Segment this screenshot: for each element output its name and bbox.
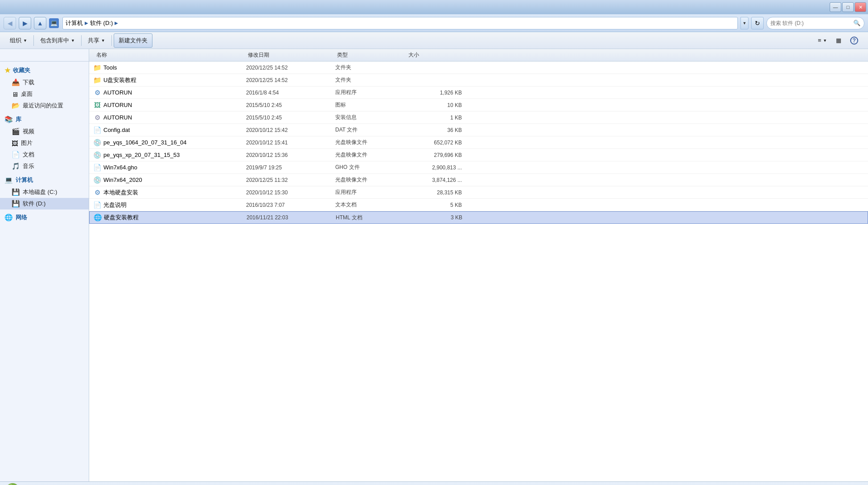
- up-button[interactable]: ▲: [34, 17, 46, 29]
- sidebar-item-download[interactable]: 📥 下载: [0, 77, 89, 88]
- table-row[interactable]: 📄 Win7x64.gho 2019/9/7 19:25 GHO 文件 2,90…: [89, 161, 868, 174]
- sidebar-item-disk-c[interactable]: 💾 本地磁盘 (C:): [0, 186, 89, 198]
- breadcrumb-sep2: ▶: [115, 21, 118, 25]
- breadcrumb-drive[interactable]: 软件 (D:): [90, 19, 113, 27]
- file-list: 📁 Tools 2020/12/25 14:52 文件夹 📁 U盘安装教程 20…: [89, 62, 868, 481]
- help-button[interactable]: ?: [846, 33, 863, 48]
- file-size: 3 KB: [407, 214, 469, 221]
- doc-label: 文档: [23, 151, 34, 159]
- sidebar-item-video[interactable]: 🎬 视频: [0, 126, 89, 137]
- column-header-name[interactable]: 名称: [93, 51, 244, 59]
- file-date: 2020/10/12 15:36: [246, 152, 335, 158]
- library-header[interactable]: 📚 库: [0, 113, 89, 126]
- image-icon: 🖼: [12, 140, 18, 147]
- column-header-date[interactable]: 修改日期: [244, 51, 333, 59]
- file-size: 1 KB: [407, 115, 469, 121]
- minimize-button[interactable]: —: [830, 2, 841, 12]
- table-row[interactable]: 📁 U盘安装教程 2020/12/25 14:52 文件夹: [89, 74, 868, 86]
- sidebar-item-disk-d[interactable]: 💾 软件 (D:): [0, 198, 89, 210]
- titlebar: — □ ✕: [0, 0, 868, 14]
- sidebar-item-recent[interactable]: 📂 最近访问的位置: [0, 100, 89, 111]
- network-header[interactable]: 🌐 网络: [0, 211, 89, 224]
- search-input[interactable]: [770, 20, 852, 26]
- file-icon: 💿: [93, 176, 102, 184]
- table-row[interactable]: ⚙ AUTORUN 2015/5/10 2:45 安装信息 1 KB: [89, 111, 868, 124]
- toolbar-separator-2: [81, 35, 82, 46]
- table-row[interactable]: 🌐 硬盘安装教程 2016/11/21 22:03 HTML 文档 3 KB: [89, 211, 868, 224]
- view-arrow-icon: ▼: [823, 38, 827, 43]
- table-row[interactable]: 🖼 AUTORUN 2015/5/10 2:45 图标 10 KB: [89, 99, 868, 111]
- file-date: 2020/10/12 15:41: [246, 140, 335, 146]
- include-button[interactable]: 包含到库中 ▼: [36, 33, 79, 48]
- organize-arrow-icon: ▼: [23, 38, 27, 43]
- network-section: 🌐 网络: [0, 211, 89, 224]
- table-row[interactable]: 📁 Tools 2020/12/25 14:52 文件夹: [89, 62, 868, 74]
- file-type: GHO 文件: [335, 164, 407, 171]
- disk-d-icon: 💾: [12, 200, 20, 208]
- file-date: 2019/9/7 19:25: [246, 164, 335, 171]
- file-name: 光盘说明: [103, 201, 246, 209]
- video-icon: 🎬: [12, 127, 20, 136]
- table-row[interactable]: 📄 Config.dat 2020/10/12 15:42 DAT 文件 36 …: [89, 124, 868, 136]
- organize-button[interactable]: 组织 ▼: [5, 33, 32, 48]
- table-row[interactable]: 💿 Win7x64_2020 2020/12/25 11:32 光盘映像文件 3…: [89, 174, 868, 186]
- file-size: 10 KB: [407, 102, 469, 108]
- search-icon: 🔍: [853, 20, 860, 26]
- table-row[interactable]: ⚙ 本地硬盘安装 2020/10/12 15:30 应用程序 28,315 KB: [89, 186, 868, 199]
- file-name: Config.dat: [103, 127, 246, 133]
- music-label: 音乐: [23, 162, 34, 170]
- disk-d-label: 软件 (D:): [23, 200, 45, 208]
- forward-button[interactable]: ▶: [19, 17, 31, 29]
- new-folder-button[interactable]: 新建文件夹: [114, 33, 152, 48]
- share-label: 共享: [88, 37, 99, 45]
- file-size: 652,072 KB: [407, 140, 469, 146]
- statusbar: 🟢 13 个对象: [0, 481, 868, 485]
- library-icon: 📚: [4, 115, 13, 123]
- file-type: HTML 文档: [336, 214, 407, 222]
- file-icon: ⚙: [93, 114, 102, 122]
- sidebar-item-doc[interactable]: 📄 文档: [0, 149, 89, 160]
- view-button[interactable]: ≡ ▼: [813, 33, 831, 48]
- file-size: 36 KB: [407, 127, 469, 133]
- favorites-header[interactable]: ★ 收藏夹: [0, 64, 89, 77]
- maximize-button[interactable]: □: [842, 2, 854, 12]
- file-date: 2016/11/21 22:03: [247, 214, 336, 221]
- address-dropdown-button[interactable]: ▼: [740, 17, 749, 29]
- file-name: pe_yqs_xp_20_07_31_15_53: [103, 152, 246, 158]
- sidebar-item-desktop[interactable]: 🖥 桌面: [0, 88, 89, 100]
- file-icon: 📄: [93, 201, 102, 209]
- back-button[interactable]: ◀: [4, 17, 16, 29]
- file-size: 1,926 KB: [407, 90, 469, 96]
- column-header-type[interactable]: 类型: [333, 51, 405, 59]
- file-type: DAT 文件: [335, 126, 407, 134]
- file-type: 光盘映像文件: [335, 151, 407, 159]
- table-row[interactable]: 💿 pe_yqs_1064_20_07_31_16_04 2020/10/12 …: [89, 136, 868, 149]
- file-icon: 📁: [93, 76, 102, 84]
- preview-button[interactable]: ▦: [831, 33, 846, 48]
- breadcrumb-computer[interactable]: 计算机: [66, 19, 83, 27]
- recent-folder-icon: 📂: [12, 102, 20, 110]
- share-arrow-icon: ▼: [101, 38, 105, 43]
- toolbar: 组织 ▼ 包含到库中 ▼ 共享 ▼ 新建文件夹 ≡ ▼ ▦ ?: [0, 32, 868, 49]
- recent-label: 最近访问的位置: [23, 102, 63, 110]
- refresh-button[interactable]: ↻: [751, 17, 764, 29]
- sidebar-item-image[interactable]: 🖼 图片: [0, 137, 89, 149]
- statusbar-app-icon: 🟢: [5, 483, 20, 485]
- sidebar-item-music[interactable]: 🎵 音乐: [0, 160, 89, 172]
- file-name: AUTORUN: [103, 89, 246, 96]
- file-type: 光盘映像文件: [335, 139, 407, 146]
- table-row[interactable]: ⚙ AUTORUN 2016/1/8 4:54 应用程序 1,926 KB: [89, 86, 868, 99]
- file-icon: 📁: [93, 64, 102, 72]
- desktop-label: 桌面: [21, 90, 33, 98]
- file-type: 文本文档: [335, 201, 407, 209]
- library-section: 📚 库 🎬 视频 🖼 图片 📄 文档 🎵 音乐: [0, 113, 89, 172]
- breadcrumb-sep1: ▶: [85, 21, 88, 25]
- table-row[interactable]: 💿 pe_yqs_xp_20_07_31_15_53 2020/10/12 15…: [89, 149, 868, 161]
- close-button[interactable]: ✕: [855, 2, 866, 12]
- sidebar: ★ 收藏夹 📥 下载 🖥 桌面 📂 最近访问的位置 📚 库: [0, 62, 89, 481]
- share-button[interactable]: 共享 ▼: [83, 33, 110, 48]
- table-row[interactable]: 📄 光盘说明 2016/10/23 7:07 文本文档 5 KB: [89, 199, 868, 211]
- breadcrumb-bar[interactable]: 计算机 ▶ 软件 (D:) ▶: [62, 17, 738, 29]
- column-header-size[interactable]: 大小: [405, 51, 467, 59]
- computer-header[interactable]: 💻 计算机: [0, 174, 89, 186]
